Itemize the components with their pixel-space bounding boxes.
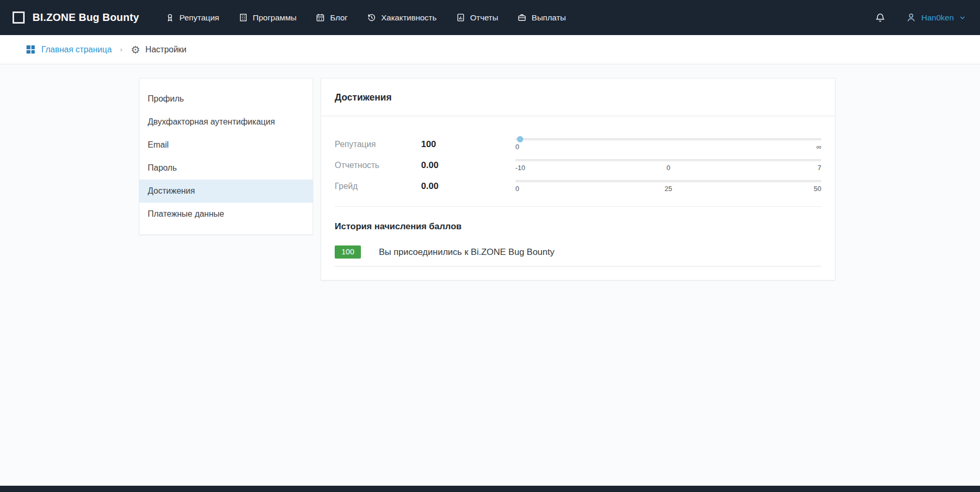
- user-icon: [906, 12, 917, 23]
- scale-mid: 25: [618, 185, 720, 193]
- hacktivity-icon: [367, 13, 377, 23]
- menu-item-two-factor[interactable]: Двухфакторная аутентификация: [139, 110, 313, 133]
- nav-item-reports[interactable]: Отчеты: [448, 7, 506, 28]
- menu-item-label: Достижения: [148, 186, 195, 196]
- scale-min: 0: [515, 143, 618, 151]
- footer-bar: [0, 486, 980, 492]
- scale-mid: [618, 143, 720, 151]
- history-title: История начисления баллов: [335, 221, 821, 232]
- bizone-logo-icon: [12, 10, 26, 25]
- username: Han0ken: [921, 13, 954, 23]
- top-navbar: BI.ZONE Bug Bounty Репутация Программы: [0, 0, 980, 35]
- menu-item-payment-details[interactable]: Платежные данные: [139, 203, 313, 226]
- nav-item-reputation[interactable]: Репутация: [157, 7, 227, 28]
- scale-max: 7: [719, 164, 821, 172]
- menu-item-label: Пароль: [148, 163, 177, 173]
- panel-title: Достижения: [321, 79, 835, 116]
- breadcrumb-home-link[interactable]: Главная страница: [25, 44, 112, 55]
- nav-item-label: Хакактивность: [381, 13, 437, 23]
- scale-min: 0: [515, 185, 618, 193]
- nav-item-label: Программы: [253, 13, 297, 23]
- metric-value: 0.00: [421, 160, 515, 171]
- breadcrumb-home-label: Главная страница: [41, 45, 112, 54]
- main-nav: Репутация Программы Блог: [157, 7, 574, 28]
- menu-item-password[interactable]: Пароль: [139, 156, 313, 180]
- menu-item-label: Двухфакторная аутентификация: [148, 117, 275, 127]
- history-entry-text: Вы присоединились к Bi.ZONE Bug Bounty: [379, 247, 554, 258]
- scale-max: 50: [719, 185, 821, 193]
- chevron-down-icon: [959, 14, 966, 21]
- metric-label: Репутация: [335, 140, 421, 149]
- metrics-list: Репутация 100 0 ∞ Отчетность 0.00: [321, 116, 835, 193]
- nav-item-programs[interactable]: Программы: [230, 7, 305, 28]
- menu-item-profile[interactable]: Профиль: [139, 87, 313, 110]
- nav-item-label: Отчеты: [470, 13, 499, 23]
- scale-max: ∞: [719, 143, 821, 151]
- home-grid-icon: [25, 44, 36, 55]
- brand-logo[interactable]: BI.ZONE Bug Bounty: [12, 10, 139, 25]
- breadcrumb-separator: ›: [120, 46, 122, 53]
- metric-value: 100: [421, 139, 515, 150]
- points-history: История начисления баллов 100 Вы присоед…: [335, 206, 821, 266]
- user-menu[interactable]: Han0ken: [906, 12, 966, 23]
- metric-label: Отчетность: [335, 161, 421, 170]
- slider-track: [515, 138, 821, 140]
- reporting-slider: -10 0 7: [515, 159, 821, 172]
- menu-item-achievements[interactable]: Достижения: [139, 180, 313, 203]
- menu-item-email[interactable]: Email: [139, 133, 313, 156]
- achievements-panel: Достижения Репутация 100 0 ∞ Отчетн: [321, 78, 835, 281]
- bell-icon: [875, 12, 886, 23]
- reputation-slider: 0 ∞: [515, 138, 821, 151]
- reports-icon: [456, 13, 466, 23]
- payouts-icon: [517, 13, 527, 23]
- metric-row-grade: Грейд 0.00 0 25 50: [335, 180, 821, 193]
- brand-name: BI.ZONE Bug Bounty: [32, 12, 139, 24]
- nav-item-blog[interactable]: Блог: [307, 7, 356, 28]
- scale-min: -10: [515, 164, 618, 172]
- blog-icon: [315, 13, 325, 23]
- metric-value: 0.00: [421, 181, 515, 192]
- slider-dot: [517, 136, 523, 142]
- metric-label: Грейд: [335, 182, 421, 191]
- breadcrumb: Главная страница › ⚙ Настройки: [0, 35, 980, 64]
- slider-scale: 0 ∞: [515, 143, 821, 151]
- breadcrumb-current: ⚙ Настройки: [131, 44, 186, 55]
- menu-item-label: Email: [148, 140, 169, 150]
- programs-icon: [238, 13, 248, 23]
- history-entry: 100 Вы присоединились к Bi.ZONE Bug Boun…: [335, 245, 821, 266]
- breadcrumb-current-label: Настройки: [146, 45, 186, 54]
- topnav-right: Han0ken: [875, 12, 966, 23]
- nav-item-label: Выплаты: [532, 13, 566, 23]
- nav-item-payouts[interactable]: Выплаты: [509, 7, 574, 28]
- nav-item-label: Блог: [330, 13, 348, 23]
- nav-item-label: Репутация: [180, 13, 219, 23]
- points-badge: 100: [335, 245, 361, 259]
- grade-slider: 0 25 50: [515, 180, 821, 193]
- nav-item-hacktivity[interactable]: Хакактивность: [359, 7, 445, 28]
- notifications-button[interactable]: [875, 12, 886, 23]
- menu-item-label: Профиль: [148, 94, 184, 104]
- metric-row-reporting: Отчетность 0.00 -10 0 7: [335, 159, 821, 172]
- gear-icon: ⚙: [131, 44, 140, 55]
- settings-menu: Профиль Двухфакторная аутентификация Ema…: [139, 78, 313, 235]
- menu-item-label: Платежные данные: [148, 209, 224, 219]
- scale-mid: 0: [618, 164, 720, 172]
- metric-row-reputation: Репутация 100 0 ∞: [335, 138, 821, 151]
- slider-scale: 0 25 50: [515, 185, 821, 193]
- main-content: Профиль Двухфакторная аутентификация Ema…: [0, 64, 980, 486]
- slider-scale: -10 0 7: [515, 164, 821, 172]
- slider-track: [515, 159, 821, 161]
- reputation-icon: [165, 13, 175, 23]
- slider-track: [515, 180, 821, 182]
